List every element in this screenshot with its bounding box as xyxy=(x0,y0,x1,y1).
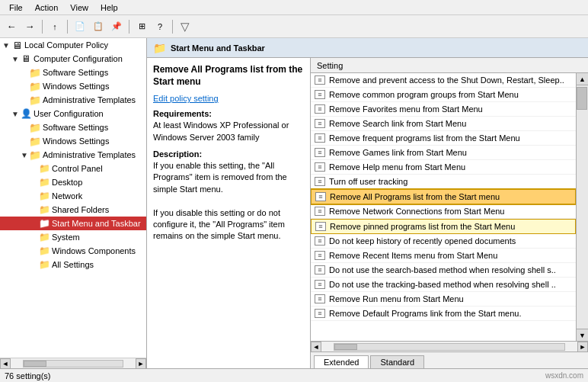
left-panel-hscrollbar[interactable]: ◄ ► xyxy=(0,358,146,368)
toolbar-separator-3 xyxy=(129,20,129,34)
tree: ▼ 🖥 Local Computer Policy ▼ 🖥 Computer C… xyxy=(0,38,146,358)
setting-row[interactable]: ≡ Remove frequent programs list from the… xyxy=(311,131,576,146)
setting-row[interactable]: ≡ Do not use the search-based method whe… xyxy=(311,263,576,278)
setting-icon: ≡ xyxy=(314,147,326,158)
setting-label: Remove Games link from Start Menu xyxy=(329,148,467,157)
menu-action[interactable]: Action xyxy=(29,2,65,14)
tree-item-control-panel[interactable]: 📁 Control Panel xyxy=(0,162,146,175)
tree-item-windows-settings-uc[interactable]: 📁 Windows Settings xyxy=(0,134,146,148)
tab-extended[interactable]: Extended xyxy=(314,355,369,368)
tree-item-local-policy[interactable]: ▼ 🖥 Local Computer Policy xyxy=(0,38,146,52)
tree-item-network[interactable]: 📁 Network xyxy=(0,189,146,203)
edit-link-section: Edit policy setting xyxy=(153,94,304,103)
tree-item-windows-components[interactable]: 📁 Windows Components xyxy=(0,244,146,258)
filter-button[interactable]: ▽ xyxy=(177,18,193,35)
tab-standard[interactable]: Standard xyxy=(370,355,424,368)
scroll-left-arrow[interactable]: ◄ xyxy=(311,342,321,352)
setting-row-highlighted[interactable]: ≡ Remove All Programs list from the Star… xyxy=(311,189,576,204)
tree-label: Software Settings xyxy=(43,68,108,77)
menu-view[interactable]: View xyxy=(64,2,94,14)
scroll-right-arrow[interactable]: ► xyxy=(136,358,146,369)
status-bar: 76 setting(s) wsxdn.com xyxy=(0,368,588,382)
tree-arrow xyxy=(29,178,38,187)
setting-icon: ≡ xyxy=(315,191,327,202)
scroll-left-arrow[interactable]: ◄ xyxy=(0,358,11,369)
setting-row[interactable]: ≡ Remove Default Programs link from the … xyxy=(311,307,576,321)
forward-button[interactable]: → xyxy=(21,18,38,35)
tree-item-software-settings-uc[interactable]: 📁 Software Settings xyxy=(0,120,146,134)
requirements-section: Requirements: At least Windows XP Profes… xyxy=(153,109,304,143)
setting-row[interactable]: ≡ Remove Network Connections from Start … xyxy=(311,204,576,219)
setting-label: Do not use the search-based method when … xyxy=(329,265,556,274)
toolbar-separator-1 xyxy=(42,20,43,34)
setting-label: Remove Default Programs link from the St… xyxy=(329,309,521,318)
path-bar: 📁 Start Menu and Taskbar xyxy=(147,38,588,58)
back-button[interactable]: ← xyxy=(3,18,20,35)
setting-label: Remove common program groups from Start … xyxy=(329,90,519,99)
copy-button[interactable]: 📋 xyxy=(90,18,107,35)
tree-label: Start Menu and Taskbar xyxy=(52,219,141,228)
tree-item-software-settings-cc[interactable]: 📁 Software Settings xyxy=(0,66,146,79)
description-label: Description: xyxy=(153,149,304,159)
scroll-thumb[interactable] xyxy=(334,344,357,350)
setting-icon: ≡ xyxy=(314,176,326,187)
scroll-down-arrow[interactable]: ▼ xyxy=(577,329,588,341)
scroll-right-arrow[interactable]: ► xyxy=(577,342,588,352)
setting-row[interactable]: ≡ Do not use the tracking-based method w… xyxy=(311,278,576,292)
menu-file[interactable]: File xyxy=(3,2,29,14)
scroll-thumb[interactable] xyxy=(577,87,587,110)
scroll-track[interactable] xyxy=(23,360,123,368)
setting-row[interactable]: ≡ Do not keep history of recently opened… xyxy=(311,234,576,249)
scroll-up-arrow[interactable]: ▲ xyxy=(577,73,588,85)
setting-label: Remove Network Connections from Start Me… xyxy=(329,207,504,216)
menu-help[interactable]: Help xyxy=(94,2,124,14)
folder-icon: 📁 xyxy=(38,162,50,175)
up-button[interactable]: ↑ xyxy=(46,18,63,35)
folder-icon: 📁 xyxy=(29,149,41,161)
settings-panel: Setting ≡ Remove and prevent access to t… xyxy=(311,58,588,368)
tree-item-all-settings[interactable]: 📁 All Settings xyxy=(0,258,146,271)
scroll-thumb[interactable] xyxy=(24,361,46,367)
setting-row[interactable]: ≡ Remove Favorites menu from Start Menu xyxy=(311,102,576,117)
folder-icon: 📁 xyxy=(38,204,50,216)
settings-hscrollbar[interactable]: ◄ ► xyxy=(311,341,588,352)
setting-label: Remove Search link from Start Menu xyxy=(329,119,466,128)
setting-row[interactable]: ≡ Remove Help menu from Start Menu xyxy=(311,160,576,175)
user-icon: 👤 xyxy=(20,108,32,120)
scroll-track[interactable] xyxy=(334,343,565,351)
setting-row[interactable]: ≡ Remove and prevent access to the Shut … xyxy=(311,73,576,88)
tree-item-desktop[interactable]: 📁 Desktop xyxy=(0,175,146,189)
tree-arrow xyxy=(29,247,38,255)
setting-icon: ≡ xyxy=(314,279,326,290)
tree-item-start-menu[interactable]: 📁 Start Menu and Taskbar xyxy=(0,217,146,230)
setting-row[interactable]: ≡ Remove common program groups from Star… xyxy=(311,88,576,102)
tree-item-windows-settings-cc[interactable]: 📁 Windows Settings xyxy=(0,79,146,93)
setting-row[interactable]: ≡ Remove Games link from Start Menu xyxy=(311,146,576,160)
setting-row[interactable]: ≡ Turn off user tracking xyxy=(311,175,576,189)
properties-button[interactable]: ⊞ xyxy=(133,18,150,35)
edit-policy-link[interactable]: Edit policy setting xyxy=(153,94,219,103)
setting-row[interactable]: ≡ Remove Run menu from Start Menu xyxy=(311,292,576,307)
tab-bar: Extended Standard xyxy=(311,352,588,368)
tree-item-shared-folders[interactable]: 📁 Shared Folders xyxy=(0,203,146,217)
tree-item-computer-config[interactable]: ▼ 🖥 Computer Configuration xyxy=(0,52,146,66)
setting-row[interactable]: ≡ Remove Search link from Start Menu xyxy=(311,117,576,131)
folder-icon: 📁 xyxy=(29,80,41,92)
tree-label: Software Settings xyxy=(43,123,108,132)
tree-item-system[interactable]: 📁 System xyxy=(0,230,146,244)
tree-item-admin-templates-cc[interactable]: 📁 Administrative Templates xyxy=(0,93,146,107)
settings-vscrollbar[interactable]: ▲ ▼ xyxy=(576,73,588,341)
setting-row[interactable]: ≡ Remove Recent Items menu from Start Me… xyxy=(311,249,576,263)
setting-icon: ≡ xyxy=(314,236,326,246)
tree-item-admin-templates-uc[interactable]: ▼ 📁 Administrative Templates xyxy=(0,148,146,162)
main-layout: ▼ 🖥 Local Computer Policy ▼ 🖥 Computer C… xyxy=(0,38,588,368)
help-button[interactable]: ? xyxy=(152,18,168,35)
tree-arrow: ▼ xyxy=(11,55,20,63)
paste-button[interactable]: 📌 xyxy=(108,18,125,35)
toolbar-separator-2 xyxy=(67,20,68,34)
show-hide-button[interactable]: 📄 xyxy=(72,18,88,35)
tree-item-user-config[interactable]: ▼ 👤 User Configuration xyxy=(0,107,146,120)
requirements-title: Requirements: xyxy=(153,109,304,118)
setting-row-highlighted2[interactable]: ≡ Remove pinned programs list from the S… xyxy=(311,219,576,234)
scroll-track[interactable] xyxy=(577,85,588,329)
